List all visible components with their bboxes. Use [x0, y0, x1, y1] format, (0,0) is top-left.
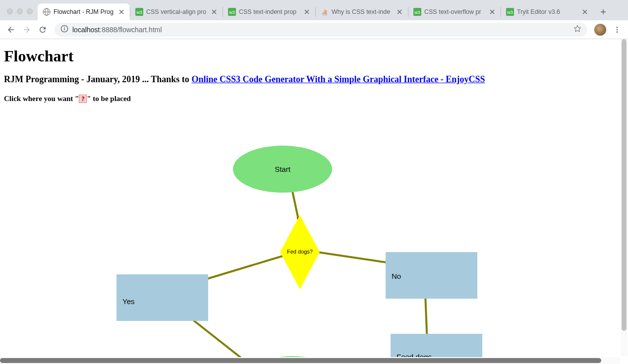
- site-info-icon[interactable]: [60, 25, 68, 34]
- flowchart-yes-node[interactable]: Yes: [116, 274, 208, 321]
- browser-toolbar: localhost:8888/flowchart.html: [0, 20, 628, 39]
- flowchart-decision-node[interactable]: Fed dogs?: [280, 215, 320, 289]
- flowchart-start-node[interactable]: Start: [233, 146, 332, 193]
- horizontal-scrollbar-thumb[interactable]: [0, 358, 601, 363]
- svg-point-29: [617, 29, 618, 30]
- bookmark-star-icon[interactable]: [573, 25, 581, 34]
- svg-point-28: [617, 27, 618, 28]
- address-bar[interactable]: localhost:8888/flowchart.html: [55, 23, 587, 37]
- profile-avatar[interactable]: [594, 24, 606, 36]
- url-host: localhost: [72, 26, 100, 34]
- menu-button[interactable]: [610, 23, 624, 37]
- close-icon[interactable]: [489, 8, 496, 15]
- page-viewport: Flowchart RJM Programming - January, 201…: [0, 39, 628, 364]
- window-maximize-icon[interactable]: [27, 8, 33, 14]
- svg-point-30: [617, 31, 618, 33]
- w3schools-icon: w3: [506, 8, 514, 16]
- stackoverflow-icon: [321, 8, 329, 16]
- new-tab-button[interactable]: [596, 5, 610, 19]
- tab-title: CSS text-indent prop: [239, 8, 300, 15]
- svg-text:w3: w3: [507, 10, 513, 15]
- url-path: /flowchart.html: [117, 26, 162, 34]
- close-icon[interactable]: [396, 8, 403, 15]
- enjoycss-link[interactable]: Online CSS3 Code Generator With a Simple…: [191, 74, 485, 84]
- node-label: No: [386, 252, 477, 280]
- flowchart-no-node[interactable]: No: [386, 252, 477, 299]
- tab-title: CSS vertical-align pro: [146, 8, 208, 15]
- url-text: localhost:8888/flowchart.html: [72, 26, 570, 34]
- svg-point-27: [64, 27, 65, 28]
- node-label: Yes: [116, 274, 208, 306]
- tab-title: CSS text-overflow pr: [424, 8, 486, 15]
- url-port: :8888: [100, 26, 117, 34]
- window-close-icon[interactable]: [7, 8, 13, 14]
- window-minimize-icon[interactable]: [17, 8, 23, 14]
- tab-flowchart[interactable]: Flowchart - RJM Prog: [38, 3, 130, 20]
- close-icon[interactable]: [581, 8, 588, 15]
- w3schools-icon: w3: [135, 8, 143, 16]
- browser-tab-strip: Flowchart - RJM Prog w3 CSS vertical-ali…: [0, 0, 628, 20]
- horizontal-scrollbar[interactable]: [0, 357, 620, 364]
- page-subtitle: RJM Programming - January, 2019 ... Than…: [4, 74, 624, 85]
- forward-button[interactable]: [20, 23, 34, 37]
- back-button[interactable]: [4, 23, 18, 37]
- w3schools-icon: w3: [413, 8, 421, 16]
- page-title: Flowchart: [4, 47, 624, 65]
- close-icon[interactable]: [303, 8, 310, 15]
- reload-button[interactable]: [36, 23, 50, 37]
- svg-text:w3: w3: [136, 10, 142, 15]
- window-controls: [4, 8, 38, 20]
- svg-text:w3: w3: [228, 10, 235, 15]
- tab-title: Flowchart - RJM Prog: [54, 8, 115, 15]
- vertical-scrollbar-thumb[interactable]: [622, 39, 627, 331]
- tab-stackoverflow[interactable]: Why is CSS text-inde: [316, 3, 408, 20]
- node-label: Fed dogs?: [287, 249, 313, 255]
- tab-css-text-indent[interactable]: w3 CSS text-indent prop: [223, 3, 315, 20]
- tabs-container: Flowchart - RJM Prog w3 CSS vertical-ali…: [38, 0, 628, 20]
- tab-title: Why is CSS text-inde: [332, 8, 393, 15]
- vertical-scrollbar[interactable]: [621, 39, 628, 356]
- node-label: Start: [275, 165, 290, 173]
- flowchart-canvas[interactable]: Start Fed dogs? Yes No Feed dogs End: [0, 94, 620, 361]
- tab-title: Tryit Editor v3.6: [517, 8, 578, 15]
- globe-icon: [43, 8, 51, 16]
- connectors: [0, 94, 620, 364]
- tab-css-vertical-align[interactable]: w3 CSS vertical-align pro: [130, 3, 223, 20]
- close-icon[interactable]: [211, 8, 218, 15]
- w3schools-icon: w3: [228, 8, 236, 16]
- svg-text:w3: w3: [414, 10, 420, 15]
- page-content[interactable]: Flowchart RJM Programming - January, 201…: [0, 39, 628, 107]
- subtitle-prefix: RJM Programming - January, 2019 ... Than…: [4, 74, 191, 84]
- tab-css-text-overflow[interactable]: w3 CSS text-overflow pr: [408, 3, 501, 20]
- close-icon[interactable]: [118, 8, 125, 15]
- tab-tryit-editor[interactable]: w3 Tryit Editor v3.6: [501, 3, 593, 20]
